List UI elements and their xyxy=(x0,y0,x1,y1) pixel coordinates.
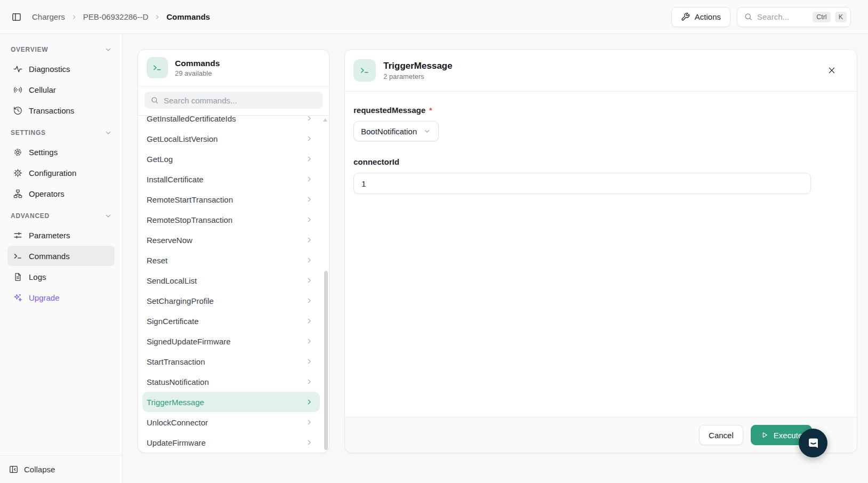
topbar-right: Actions Ctrl K xyxy=(671,7,851,27)
commands-search[interactable] xyxy=(144,92,323,109)
cancel-button[interactable]: Cancel xyxy=(699,425,743,445)
terminal-icon xyxy=(13,251,23,261)
command-list-item[interactable]: StartTransaction xyxy=(142,351,320,372)
command-list-item[interactable]: TriggerMessage xyxy=(142,392,320,412)
command-label: SetChargingProfile xyxy=(147,296,214,305)
actions-button-label: Actions xyxy=(695,12,721,21)
collapse-icon xyxy=(9,464,19,474)
sidebar-section: OVERVIEW Diagnostics Cellular Transactio… xyxy=(7,41,115,120)
global-search-input[interactable] xyxy=(757,12,808,21)
command-label: SignedUpdateFirmware xyxy=(147,337,231,346)
sidebar-item-transactions[interactable]: Transactions xyxy=(7,100,115,120)
sidebar-section: ADVANCED Parameters Commands Logs Upgrad… xyxy=(7,207,115,308)
sidebar-item-settings[interactable]: Settings xyxy=(7,142,115,162)
command-list-item[interactable]: GetLocalListVersion xyxy=(142,128,320,149)
breadcrumb-item[interactable]: Commands xyxy=(166,12,210,21)
command-list-item[interactable]: Reset xyxy=(142,250,320,270)
sidebar-section-header[interactable]: SETTINGS xyxy=(7,124,115,142)
command-list-item[interactable]: SetChargingProfile xyxy=(142,291,320,311)
command-list-item[interactable]: GetLog xyxy=(142,149,320,169)
sidebar-section-header[interactable]: ADVANCED xyxy=(7,207,115,225)
shell: OVERVIEW Diagnostics Cellular Transactio… xyxy=(0,34,868,483)
parameters-form: requestedMessage * BootNotification conn… xyxy=(345,92,857,417)
sidebar-item-label: Parameters xyxy=(29,231,70,240)
chevron-right-icon xyxy=(305,377,314,386)
chevron-right-icon xyxy=(305,195,314,204)
sidebar-item-diagnostics[interactable]: Diagnostics xyxy=(7,59,115,79)
sidebar-item-configuration[interactable]: Configuration xyxy=(7,163,115,183)
sidebar-sections: OVERVIEW Diagnostics Cellular Transactio… xyxy=(0,34,122,317)
command-list-item[interactable]: UnlockConnector xyxy=(142,412,320,432)
collapse-button[interactable]: Collapse xyxy=(6,462,57,477)
sidebar-section: SETTINGS Settings Configuration Operator… xyxy=(7,124,115,204)
command-list-item[interactable]: ReserveNow xyxy=(142,230,320,250)
command-list-item[interactable]: RemoteStartTransaction xyxy=(142,189,320,210)
command-detail-panel: TriggerMessage 2 parameters requestedMes… xyxy=(344,49,857,453)
cellular-icon xyxy=(13,85,23,95)
commands-search-input[interactable] xyxy=(164,96,317,105)
sidebar-item-commands[interactable]: Commands xyxy=(7,246,115,266)
chevron-down-icon xyxy=(104,212,112,220)
command-label: SendLocalList xyxy=(147,276,197,285)
sidebar-section-header[interactable]: OVERVIEW xyxy=(7,41,115,59)
select-dropdown[interactable]: BootNotification xyxy=(353,121,439,141)
commands-search-wrap xyxy=(138,86,329,115)
sidebar-toggle-button[interactable] xyxy=(7,8,26,26)
scrollbar-up-arrow[interactable] xyxy=(323,118,327,122)
chevron-right-icon xyxy=(305,256,314,264)
command-list-item[interactable]: RemoteStopTransaction xyxy=(142,210,320,230)
chevron-right-icon xyxy=(305,155,314,163)
chevron-right-icon xyxy=(305,276,314,285)
sidebar-item-upgrade[interactable]: Upgrade xyxy=(7,287,115,308)
sidebar-item-label: Diagnostics xyxy=(29,65,70,74)
command-list-item[interactable]: InstallCertificate xyxy=(142,169,320,189)
breadcrumb-item[interactable]: Chargers xyxy=(32,12,65,21)
command-label: RemoteStartTransaction xyxy=(147,195,233,204)
sparkles-icon xyxy=(13,293,23,303)
command-list-item[interactable]: SignedUpdateFirmware xyxy=(142,331,320,351)
field-label: connectorId xyxy=(353,157,811,166)
field-label: requestedMessage * xyxy=(353,106,811,115)
chevron-right-icon xyxy=(305,215,314,224)
sidebar-item-label: Operators xyxy=(29,189,65,198)
actions-button[interactable]: Actions xyxy=(671,7,730,27)
command-list-item[interactable]: StatusNotification xyxy=(142,372,320,392)
command-label: InstallCertificate xyxy=(147,175,204,184)
chevron-right-icon xyxy=(305,317,314,325)
sidebar-item-label: Upgrade xyxy=(29,293,60,302)
panel-left-icon xyxy=(11,12,22,22)
close-button[interactable] xyxy=(824,62,840,78)
command-label: GetInstalledCertificateIds xyxy=(147,115,236,123)
command-label: Reset xyxy=(147,256,167,265)
activity-icon xyxy=(13,64,23,74)
chevron-down-icon xyxy=(423,127,431,135)
section-label: SETTINGS xyxy=(11,129,46,136)
select-value: BootNotification xyxy=(361,127,417,136)
command-list-item[interactable]: GetInstalledCertificateIds xyxy=(142,115,320,128)
sidebar-footer: Collapse xyxy=(0,455,122,483)
breadcrumb-item[interactable]: PEB-06932286--D xyxy=(83,12,149,21)
sidebar-item-label: Settings xyxy=(29,148,58,157)
global-search[interactable]: Ctrl K xyxy=(737,7,851,27)
detail-panel-header: TriggerMessage 2 parameters xyxy=(345,50,857,92)
command-label: StartTransaction xyxy=(147,357,205,366)
commands-panel-header: Commands 29 available xyxy=(138,50,329,86)
sidebar-item-operators[interactable]: Operators xyxy=(7,183,115,204)
close-icon xyxy=(827,66,837,75)
scrollbar-thumb[interactable] xyxy=(324,271,328,450)
chevron-down-icon xyxy=(104,128,112,137)
commands-list: GetInstalledCertificateIds GetLocalListV… xyxy=(138,115,329,453)
chat-launcher-button[interactable] xyxy=(799,429,827,457)
sidebar-item-logs[interactable]: Logs xyxy=(7,267,115,287)
text-input[interactable] xyxy=(353,173,811,194)
terminal-icon xyxy=(353,59,376,82)
command-list-item[interactable]: SignCertificate xyxy=(142,311,320,331)
kbd-ctrl: Ctrl xyxy=(813,12,830,22)
cancel-button-label: Cancel xyxy=(709,431,734,440)
sidebar-item-parameters[interactable]: Parameters xyxy=(7,225,115,245)
wrench-icon xyxy=(681,12,690,21)
command-list-item[interactable]: UpdateFirmware xyxy=(142,432,320,453)
sidebar-item-cellular[interactable]: Cellular xyxy=(7,79,115,100)
command-list-item[interactable]: SendLocalList xyxy=(142,270,320,291)
chat-icon xyxy=(806,436,821,450)
